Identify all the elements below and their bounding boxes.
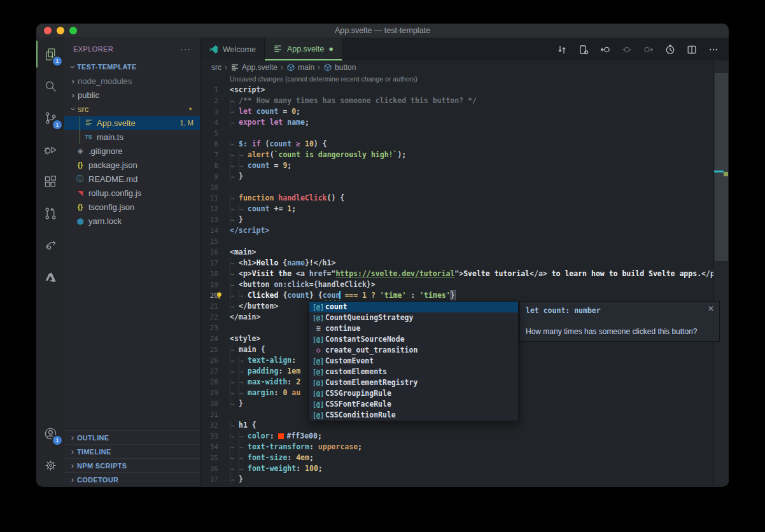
tree-file-yarn-lock[interactable]: ⬤yarn.lock — [64, 214, 200, 228]
share-arrow-icon — [43, 238, 58, 253]
line-number: 1 — [200, 85, 230, 95]
code-line-1[interactable]: 1<script> — [200, 85, 713, 95]
code-line-13[interactable]: 13→} — [200, 214, 713, 225]
code-line-2[interactable]: 2→/** How many times has someone clicked… — [200, 95, 713, 106]
tab-label: Welcome — [223, 45, 256, 54]
tree-file-app-svelte[interactable]: App.svelte1, M — [64, 116, 200, 130]
tree-file-tsconfig-json[interactable]: {}tsconfig.json — [64, 200, 200, 214]
code-line-11[interactable]: 11→function handleClick() { — [200, 193, 713, 204]
tree-file-readme-md[interactable]: ⓘREADME.md — [64, 172, 200, 186]
tree-file-package-json[interactable]: {}package.json — [64, 158, 200, 172]
tab-welcome[interactable]: Welcome — [200, 38, 265, 60]
suggest-item-create_out_transition[interactable]: ◇create_out_transition — [309, 345, 518, 356]
activity-item-github-pull-requests[interactable] — [36, 197, 64, 229]
activity-bar: 111 — [36, 38, 64, 486]
modified-dot-icon: ● — [328, 46, 333, 52]
code-line-35[interactable]: 35→→font-size: 4em; — [200, 452, 713, 463]
code-area[interactable]: Unsaved changes (cannot determine recent… — [200, 74, 713, 486]
git-compare-icon[interactable] — [554, 41, 570, 57]
suggest-item-count[interactable]: [@]count — [309, 302, 518, 312]
code-line-12[interactable]: 12→→count += 1; — [200, 204, 713, 214]
minimize-window-button[interactable] — [57, 27, 64, 34]
code-line-32[interactable]: 32→h1 { — [200, 420, 713, 431]
open-changes-icon[interactable] — [575, 41, 591, 57]
code-line-3[interactable]: 3→let count = 0; — [200, 106, 713, 117]
tree-file-rollup-config-js[interactable]: ◥rollup.config.js — [64, 186, 200, 200]
breadcrumb-item-src[interactable]: src — [211, 63, 221, 72]
activity-item-explorer[interactable]: 1 — [36, 38, 64, 70]
line-number: 9 — [200, 171, 230, 182]
code-line-5[interactable]: 5 — [200, 128, 713, 139]
suggest-item-customelementregistry[interactable]: [@]CustomElementRegistry — [309, 377, 518, 388]
code-line-37[interactable]: 37→} — [200, 474, 713, 485]
lightbulb-icon[interactable] — [215, 291, 223, 300]
sidebar-panel-timeline[interactable]: ›TIMELINE — [64, 444, 200, 458]
suggest-item-cssfontfacerule[interactable]: [@]CSSFontFaceRule — [309, 399, 518, 410]
badge-count: 1 — [53, 120, 62, 129]
code-line-8[interactable]: 8→→count = 9; — [200, 160, 713, 171]
suggest-label: customElements — [325, 367, 387, 377]
scrollbar-thumb[interactable] — [715, 73, 728, 261]
line-number: 15 — [200, 236, 230, 247]
zoom-window-button[interactable] — [69, 27, 77, 34]
symbol-variable-icon: [@] — [311, 356, 325, 367]
activity-item-search[interactable] — [36, 70, 64, 102]
suggest-item-continue[interactable]: ≡continue — [309, 323, 518, 334]
suggest-item-cssgroupingrule[interactable]: [@]CSSGroupingRule — [309, 388, 518, 399]
azure-icon — [43, 270, 58, 284]
activity-item-azure[interactable] — [36, 261, 64, 293]
activity-item-run-debug[interactable] — [36, 134, 64, 165]
code-line-18[interactable]: 18→<p>Visit the <a href="https://svelte.… — [200, 269, 713, 279]
start-codetour-icon[interactable] — [662, 41, 678, 57]
symbol-variable-icon: [@] — [311, 388, 325, 399]
tree-folder-public[interactable]: ›public — [64, 88, 200, 102]
sidebar-panel-npm-scripts[interactable]: ›NPM SCRIPTS — [64, 458, 200, 472]
tree-folder-node-modules[interactable]: ›node_modules — [64, 74, 200, 88]
activity-item-extensions[interactable] — [36, 165, 64, 197]
sidebar-panel-codetour[interactable]: ›CODETOUR — [64, 472, 200, 486]
line-number: 31 — [200, 409, 230, 420]
breadcrumb-item-button[interactable]: button — [323, 63, 356, 72]
line-number: 24 — [200, 333, 230, 344]
sidebar-panel-outline[interactable]: ›OUTLINE — [64, 430, 200, 444]
code-line-20[interactable]: 20→→Clicked {count} {coun === 1 ? 'time'… — [200, 290, 713, 301]
activity-item-accounts[interactable]: 1 — [36, 417, 64, 449]
breadcrumb-item-main[interactable]: main — [286, 63, 314, 72]
whitespace-tab-icon: → — [230, 160, 239, 171]
workspace-section-header[interactable]: › TEST-TEMPLATE — [64, 60, 200, 74]
close-icon[interactable]: ✕ — [708, 304, 714, 313]
code-line-33[interactable]: 33→→color: #ff3e00; — [200, 431, 713, 442]
tree-file--gitignore[interactable]: ◈.gitignore — [64, 144, 200, 158]
breadcrumb-item-app-svelte[interactable]: App.svelte — [230, 63, 277, 72]
code-line-17[interactable]: 17→<h1>Hello {name}!</h1> — [200, 258, 713, 269]
code-line-34[interactable]: 34→→text-transform: uppercase; — [200, 442, 713, 452]
tab-app-svelte[interactable]: App.svelte● — [265, 38, 342, 60]
previous-change-icon[interactable] — [597, 41, 613, 57]
code-line-16[interactable]: 16<main> — [200, 247, 713, 258]
close-window-button[interactable] — [44, 27, 52, 34]
activity-item-settings[interactable] — [36, 449, 64, 481]
code-line-36[interactable]: 36→→font-weight: 100; — [200, 463, 713, 474]
more-actions-icon[interactable] — [705, 41, 721, 57]
code-line-6[interactable]: 6→$: if (count ≥ 10) { — [200, 139, 713, 150]
suggest-item-cssconditionrule[interactable]: [@]CSSConditionRule — [309, 410, 518, 421]
split-editor-icon[interactable] — [684, 41, 699, 57]
more-actions-icon[interactable]: ··· — [180, 44, 191, 54]
whitespace-tab-icon: → — [230, 463, 239, 474]
code-line-4[interactable]: 4→export let name; — [200, 117, 713, 128]
code-line-14[interactable]: 14</script> — [200, 225, 713, 236]
code-line-7[interactable]: 7→→alert(`count is dangerously high!`); — [200, 150, 713, 160]
code-line-19[interactable]: 19→<button on:click={handleClick}> — [200, 279, 713, 290]
suggest-item-constantsourcenode[interactable]: [@]ConstantSourceNode — [309, 334, 518, 345]
tree-folder-src[interactable]: ›src● — [64, 102, 200, 116]
code-line-15[interactable]: 15 — [200, 236, 713, 247]
activity-item-live-share[interactable] — [36, 229, 64, 261]
code-line-10[interactable]: 10 — [200, 182, 713, 193]
suggest-item-countqueuingstrategy[interactable]: [@]CountQueuingStrategy — [309, 312, 518, 323]
suggest-item-customevent[interactable]: [@]CustomEvent — [309, 356, 518, 367]
activity-item-source-control[interactable]: 1 — [36, 102, 64, 134]
tree-file-main-ts[interactable]: TSmain.ts — [64, 130, 200, 144]
suggest-item-customelements[interactable]: [@]customElements — [309, 367, 518, 377]
code-line-9[interactable]: 9→} — [200, 171, 713, 182]
suggest-label: create_out_transition — [325, 345, 418, 356]
